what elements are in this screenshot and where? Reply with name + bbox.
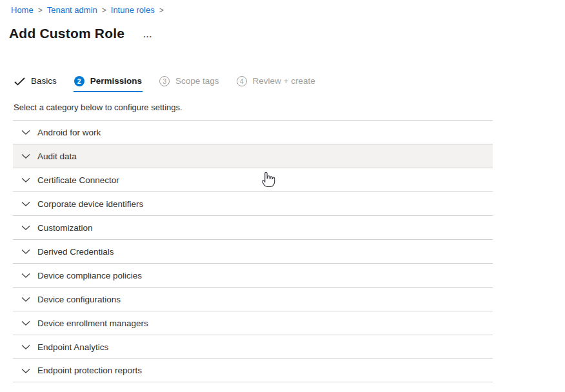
tab-permissions[interactable]: 2 Permissions: [74, 75, 142, 92]
tab-basics-label: Basics: [31, 75, 57, 87]
chevron-down-icon: [21, 368, 30, 373]
wizard-steps: Basics 2 Permissions 3 Scope tags 4 Revi…: [14, 75, 565, 92]
more-options-button[interactable]: ...: [142, 29, 154, 40]
tab-review-create-label: Review + create: [253, 75, 315, 87]
step-3-badge: 3: [159, 76, 170, 86]
title-row: Add Custom Role ...: [9, 24, 565, 42]
tab-scope-tags[interactable]: 3 Scope tags: [159, 75, 219, 92]
breadcrumb-separator: >: [38, 5, 43, 15]
chevron-down-icon: [21, 225, 30, 230]
breadcrumb-separator: >: [102, 5, 106, 15]
category-row-device-configurations[interactable]: Device configurations: [13, 287, 493, 311]
breadcrumb: Home > Tenant admin > Intune roles >: [11, 5, 565, 15]
category-label: Endpoint Analytics: [37, 342, 108, 353]
category-row-customization[interactable]: Customization: [13, 215, 493, 239]
chevron-down-icon: [21, 320, 30, 326]
chevron-down-icon: [21, 344, 30, 349]
category-row-audit-data[interactable]: Audit data: [13, 144, 493, 168]
category-label: Certificate Connector: [37, 175, 119, 186]
chevron-down-icon: [21, 273, 30, 278]
tab-permissions-label: Permissions: [90, 75, 142, 87]
instruction-text: Select a category below to configure set…: [14, 103, 565, 113]
tab-review-create[interactable]: 4 Review + create: [237, 75, 315, 92]
category-label: Device configurations: [37, 294, 121, 305]
page-title: Add Custom Role: [9, 24, 124, 42]
category-row-endpoint-analytics[interactable]: Endpoint Analytics: [13, 335, 493, 358]
step-2-badge: 2: [74, 76, 84, 86]
chevron-down-icon: [21, 201, 30, 206]
category-label: Android for work: [37, 127, 101, 138]
category-label: Customization: [37, 222, 93, 233]
category-label: Device enrollment managers: [37, 318, 148, 329]
category-label: Derived Credentials: [37, 246, 114, 257]
category-row-corporate-device-identifiers[interactable]: Corporate device identifiers: [13, 191, 493, 215]
chevron-down-icon: [21, 249, 30, 254]
check-icon: [14, 77, 25, 86]
category-row-device-compliance-policies[interactable]: Device compliance policies: [13, 263, 493, 287]
breadcrumb-tenant-admin-link[interactable]: Tenant admin: [47, 5, 97, 15]
category-row-derived-credentials[interactable]: Derived Credentials: [13, 239, 493, 263]
category-row-android-for-work[interactable]: Android for work: [13, 120, 493, 144]
category-label: Audit data: [37, 151, 77, 162]
chevron-down-icon: [21, 130, 30, 135]
step-4-badge: 4: [237, 76, 247, 86]
category-row-endpoint-protection-reports[interactable]: Endpoint protection reports: [13, 358, 493, 382]
category-label: Corporate device identifiers: [37, 199, 143, 210]
chevron-down-icon: [21, 153, 30, 159]
tab-scope-tags-label: Scope tags: [175, 75, 219, 87]
permission-categories-list: Android for work Audit data Certificate …: [13, 120, 493, 382]
breadcrumb-home-link[interactable]: Home: [11, 5, 34, 15]
category-row-certificate-connector[interactable]: Certificate Connector: [13, 168, 493, 191]
chevron-down-icon: [21, 297, 30, 302]
breadcrumb-intune-roles-link[interactable]: Intune roles: [111, 5, 155, 15]
tab-basics[interactable]: Basics: [14, 75, 57, 92]
chevron-down-icon: [21, 177, 30, 182]
breadcrumb-separator: >: [159, 5, 164, 15]
category-label: Endpoint protection reports: [37, 365, 142, 376]
category-label: Device compliance policies: [37, 270, 142, 281]
add-custom-role-page: Home > Tenant admin > Intune roles > Add…: [0, 5, 565, 392]
category-row-device-enrollment-managers[interactable]: Device enrollment managers: [13, 311, 493, 335]
